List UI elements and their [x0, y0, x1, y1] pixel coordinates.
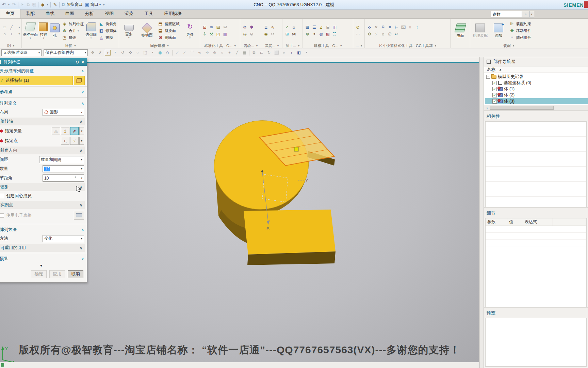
dimension-tool-icon[interactable]: ✕ [373, 25, 379, 30]
details-col-value[interactable]: 值 [507, 218, 523, 226]
layout-dropdown[interactable]: 圆形 ▾ [43, 109, 84, 116]
sort-ascending-icon[interactable]: ▲ [499, 68, 502, 71]
group-label-spring[interactable]: 弹簧...▾ [261, 43, 282, 48]
cut-icon[interactable]: ✂ [21, 2, 24, 7]
tab-analysis[interactable]: 分析 [80, 9, 99, 18]
view-dropdown-icon[interactable]: ▾ [304, 50, 309, 56]
vector-orient-button[interactable]: ↥ [61, 127, 69, 135]
vector-options-dropdown[interactable]: ▾ [79, 127, 84, 135]
group-label-sketch[interactable]: 图▾ [0, 43, 21, 48]
tree-node-body-3[interactable]: ✓ 体 (3) [485, 98, 588, 104]
tool-icon[interactable]: ▥ [222, 31, 228, 37]
tab-application[interactable]: 应用模块 [159, 9, 187, 18]
move-face-button[interactable]: 移动面 [138, 24, 156, 38]
snap-point-icon[interactable]: ⌖ [105, 50, 111, 56]
section-pattern-definition[interactable]: 阵列定义∧ [0, 99, 87, 108]
unite-button[interactable]: ⊕合并▾ [61, 28, 85, 34]
section-preview[interactable]: 预览∨ [0, 254, 87, 263]
extrude-button[interactable]: 拉伸▾ [38, 22, 49, 40]
modeling-tool-icon[interactable]: ▦ [305, 25, 310, 30]
window-button[interactable]: ▣窗口▾ [85, 2, 101, 7]
tab-home[interactable]: 主页 [0, 9, 20, 18]
sketch-scroll-up-icon[interactable]: ▴ [16, 25, 22, 30]
sketch-scroll-down-icon[interactable]: ▾ [16, 31, 22, 37]
shaded-icon[interactable]: ◍ [157, 50, 163, 56]
tab-view[interactable]: 视图 [99, 9, 119, 18]
sketch-line-icon[interactable]: ╱ [9, 25, 14, 30]
dimension-tool-icon[interactable]: ¹² [380, 25, 386, 30]
dialog-close-icon[interactable]: ✕ [81, 60, 85, 65]
preview-section-header[interactable]: 预览 [484, 307, 588, 318]
line-tool-icon[interactable]: ∕ [182, 50, 187, 56]
group-label-feature[interactable]: 特征▾ [22, 43, 119, 48]
subsection-radiate[interactable]: 辐射∧ [0, 183, 85, 191]
draft-button[interactable]: ◬拔模 [97, 34, 118, 41]
switch-window-button[interactable]: ⧉切换窗口 [62, 2, 82, 7]
vector-inferred-button[interactable]: ⇗ [70, 127, 79, 135]
drag-handle[interactable] [294, 147, 298, 151]
part-dropdown-icon[interactable]: ▾ [47, 3, 48, 6]
gear-icon[interactable]: ⚙ [242, 25, 248, 30]
modeling-tool-icon[interactable]: ⊛ [305, 31, 310, 37]
tool-icon[interactable]: ≋ [209, 25, 214, 30]
sketch-point-icon[interactable]: + [9, 31, 14, 37]
sketch-rect-icon[interactable]: ▭ [2, 25, 7, 30]
feature-more-button[interactable]: 更多▾ [120, 22, 137, 39]
group-label-standard-tools[interactable]: 标准化工具 - G...▾ [200, 43, 240, 48]
edge-blend-button[interactable]: 边倒圆▾ [85, 22, 97, 40]
dimension-tool-icon[interactable]: ⚙ [366, 31, 372, 37]
dimension-tool-icon[interactable]: ⌧ [401, 25, 406, 30]
details-col-parameter[interactable]: 参数 [486, 218, 507, 226]
group-label-gear[interactable]: 齿轮...▾ [240, 43, 261, 48]
section-pattern-method[interactable]: 阵列方法∧ [0, 225, 87, 234]
refresh-fit-icon[interactable]: ↻ [266, 50, 272, 56]
wireframe-icon[interactable]: ◇ [165, 50, 170, 56]
tool-icon[interactable]: ✉ [222, 25, 228, 30]
subsection-instance-points[interactable]: 实例点∨ [0, 201, 85, 209]
modeling-tool-icon[interactable]: ✦ [311, 31, 317, 37]
dimension-tool-icon[interactable]: ∅ [387, 31, 393, 37]
finder-dropdown-icon[interactable]: ▾ [529, 11, 534, 17]
snap-dropdown-icon[interactable]: ▾ [112, 50, 118, 56]
spring-icon[interactable]: ≣ [263, 25, 269, 30]
visibility-checkbox[interactable]: ✓ [492, 81, 497, 85]
rotate-view-icon[interactable]: ↺ [120, 50, 126, 56]
sketch-circle-icon[interactable]: ○ [2, 31, 7, 37]
use-spreadsheet-row[interactable]: 使用电子表格 [0, 210, 87, 221]
binoculars-icon[interactable]: ⌕ [522, 11, 529, 17]
tree-node-body-2[interactable]: ✓ 体 (2) [485, 92, 588, 98]
spreadsheet-button[interactable] [74, 211, 84, 220]
tree-horizontal-scrollbar[interactable]: ‹ [484, 105, 588, 110]
copy-icon[interactable]: ⧉ [27, 2, 30, 7]
sync-more-button[interactable]: ↻更多▾ [181, 22, 199, 40]
scrollbar-thumb[interactable] [490, 106, 554, 110]
select-mode-dropdown-icon[interactable]: ▾ [150, 50, 156, 56]
count-input[interactable]: 12 ▾ [43, 165, 84, 172]
spacing-dropdown[interactable]: 数量和间隔▾ [39, 156, 84, 163]
dimension-tool-icon[interactable]: ↕ [414, 25, 420, 30]
spring-icon[interactable]: ∿ [270, 25, 276, 30]
details-col-expression[interactable]: 表达式 [523, 218, 553, 226]
tree-node-body-1[interactable]: ✓ 体 (1) [485, 86, 588, 92]
part-icon[interactable]: ◆ [41, 2, 44, 7]
modeling-tool-icon[interactable]: ⊿ [318, 25, 324, 30]
rect-select-icon[interactable]: ⬚ [142, 50, 148, 56]
subsection-angular-direction[interactable]: 斜角方向∧ [0, 147, 85, 154]
gear-icon[interactable]: ⊜ [249, 31, 255, 37]
selection-scope-dropdown[interactable]: 仅在工作部件内▾ [44, 49, 88, 56]
dialog-header[interactable]: 阵列特征 ↻ ✕ [0, 58, 87, 66]
lasso-icon[interactable]: ◌ [135, 50, 141, 56]
dimension-tool-icon[interactable]: ⚡ [373, 31, 379, 37]
curve-tool-icon[interactable]: ∿ [197, 50, 202, 56]
create-concentric-checkbox-row[interactable]: 创建同心成员 [0, 192, 87, 200]
gear-icon[interactable]: ✱ [249, 25, 255, 30]
tool-icon[interactable]: ⚒ [209, 31, 214, 37]
dialog-reset-icon[interactable]: ↻ [75, 60, 79, 65]
dimension-tool-icon[interactable]: ⌗ [407, 25, 413, 30]
selected-feature-icon-button[interactable] [74, 76, 85, 85]
point-tool-icon[interactable]: ○ [219, 50, 225, 56]
chamfer-button[interactable]: ◣倒斜角 [97, 21, 118, 27]
group-label-assembly[interactable]: 装配▾ [470, 43, 547, 48]
undo-dropdown-icon[interactable]: ▾ [8, 3, 10, 6]
trim-body-button[interactable]: ◧修剪体 [97, 28, 118, 34]
